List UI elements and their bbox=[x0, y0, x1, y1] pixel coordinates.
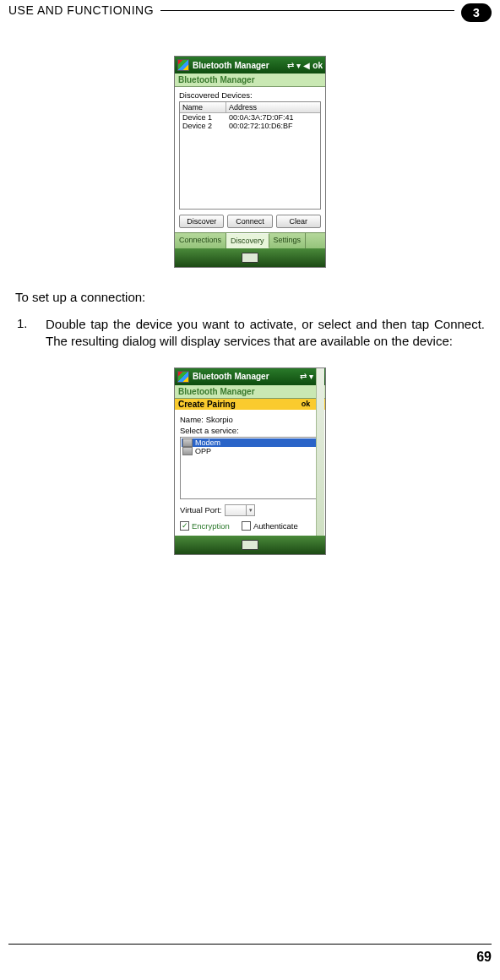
service-list[interactable]: Modem OPP bbox=[180, 437, 320, 499]
service-modem: Modem bbox=[195, 438, 220, 447]
tab-settings[interactable]: Settings bbox=[269, 233, 307, 248]
name-label: Name: bbox=[180, 415, 204, 424]
dialog-titlebar: Create Pairing ok × bbox=[175, 399, 325, 410]
dialog-ok-button[interactable]: ok bbox=[302, 400, 311, 408]
tab-bar: Connections Discovery Settings bbox=[175, 232, 325, 248]
discovered-label: Discovered Devices: bbox=[179, 90, 321, 100]
step-text: Double tap the device you want to activa… bbox=[46, 316, 485, 351]
chevron-down-icon: ▾ bbox=[246, 505, 254, 515]
cell-name: Device 2 bbox=[180, 122, 226, 130]
titlebar: Bluetooth Manager ⇄ ▾ ◀ ok bbox=[175, 57, 325, 74]
tab-connections[interactable]: Connections bbox=[175, 233, 226, 248]
header-rule bbox=[160, 10, 454, 11]
keyboard-icon[interactable] bbox=[242, 253, 258, 263]
scrollbar[interactable] bbox=[316, 368, 324, 536]
antenna-icon: ▾ bbox=[296, 61, 301, 70]
encryption-checkbox[interactable] bbox=[180, 521, 189, 531]
discover-button[interactable]: Discover bbox=[179, 215, 224, 228]
modem-icon bbox=[182, 438, 193, 447]
setup-intro: To set up a connection: bbox=[15, 290, 485, 304]
screenshot-discovery: Bluetooth Manager ⇄ ▾ ◀ ok Bluetooth Man… bbox=[174, 56, 326, 268]
chapter-badge: 3 bbox=[461, 3, 492, 22]
app-subtitle: Bluetooth Manager bbox=[175, 74, 325, 87]
volume-icon: ◀ bbox=[303, 61, 310, 70]
antenna-icon: ▾ bbox=[309, 372, 313, 381]
step-number: 1. bbox=[17, 316, 34, 351]
authenticate-label: Authenticate bbox=[253, 521, 298, 531]
keyboard-icon[interactable] bbox=[242, 540, 258, 550]
windows-flag-icon bbox=[177, 371, 189, 383]
table-row[interactable]: Device 1 00:0A:3A:7D:0F:41 bbox=[180, 113, 320, 122]
list-item[interactable]: OPP bbox=[182, 447, 318, 455]
ok-button[interactable]: ok bbox=[312, 61, 323, 70]
screenshot-pairing: Bluetooth Manager ⇄ ▾ ◀ Bluetooth Manage… bbox=[174, 368, 326, 555]
signal-icon: ⇄ bbox=[287, 61, 294, 70]
encryption-label: Encryption bbox=[192, 521, 230, 531]
titlebar: Bluetooth Manager ⇄ ▾ ◀ bbox=[175, 368, 325, 385]
cell-address: 00:02:72:10:D6:BF bbox=[226, 122, 320, 130]
virtual-port-label: Virtual Port: bbox=[180, 505, 221, 514]
col-address-header[interactable]: Address bbox=[226, 102, 320, 112]
cell-address: 00:0A:3A:7D:0F:41 bbox=[226, 113, 320, 122]
signal-icon: ⇄ bbox=[300, 372, 307, 381]
section-title: USE AND FUNCTIONING bbox=[8, 3, 154, 17]
authenticate-checkbox[interactable] bbox=[242, 521, 251, 531]
page-number: 69 bbox=[8, 944, 492, 965]
service-label: Select a service: bbox=[180, 426, 320, 435]
name-value: Skorpio bbox=[206, 415, 233, 424]
titlebar-text: Bluetooth Manager bbox=[193, 372, 296, 381]
virtual-port-combo[interactable]: ▾ bbox=[225, 504, 255, 516]
softkey-bar bbox=[175, 536, 325, 554]
device-grid[interactable]: Name Address Device 1 00:0A:3A:7D:0F:41 … bbox=[179, 101, 321, 210]
service-opp: OPP bbox=[195, 447, 211, 455]
list-item[interactable]: Modem bbox=[182, 438, 318, 447]
table-row[interactable]: Device 2 00:02:72:10:D6:BF bbox=[180, 122, 320, 130]
clear-button[interactable]: Clear bbox=[276, 215, 321, 228]
connect-button[interactable]: Connect bbox=[227, 215, 272, 228]
opp-icon bbox=[182, 447, 193, 455]
app-subtitle: Bluetooth Manager bbox=[175, 385, 325, 399]
dialog-title: Create Pairing bbox=[178, 400, 236, 409]
softkey-bar bbox=[175, 248, 325, 267]
tab-discovery[interactable]: Discovery bbox=[226, 233, 269, 248]
cell-name: Device 1 bbox=[180, 113, 226, 122]
titlebar-text: Bluetooth Manager bbox=[193, 61, 284, 70]
windows-flag-icon bbox=[177, 59, 189, 71]
col-name-header[interactable]: Name bbox=[180, 102, 226, 112]
